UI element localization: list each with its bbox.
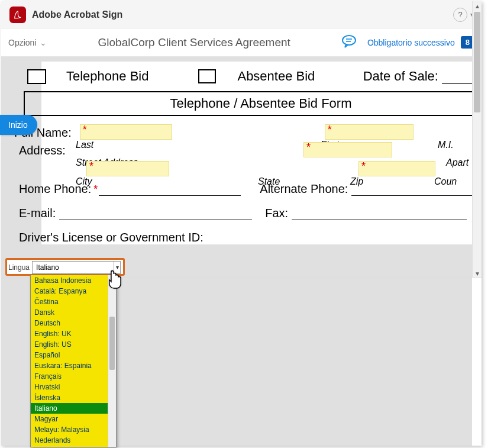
required-icon: * — [83, 124, 87, 136]
acrobat-logo-icon — [9, 7, 26, 23]
required-icon: * — [93, 183, 98, 196]
absentee-bid-checkbox[interactable] — [198, 69, 216, 83]
language-option[interactable]: English: US — [31, 339, 116, 350]
vertical-scrollbar[interactable]: ▲ ▼ — [472, 1, 482, 278]
zip-input[interactable]: * — [358, 161, 435, 176]
language-option[interactable]: English: UK — [31, 328, 116, 339]
dl-label: Driver's License or Government ID: — [19, 231, 207, 244]
city-input[interactable]: * — [86, 161, 169, 176]
app-topbar: Adobe Acrobat Sign ? ▾ — [1, 1, 482, 28]
scrollbar-thumb[interactable] — [474, 12, 480, 112]
language-select[interactable]: Italiano ▾ — [32, 261, 121, 274]
language-option[interactable]: Bahasa Indonesia — [31, 275, 116, 286]
help-button[interactable]: ? ▾ — [453, 8, 473, 22]
language-dropdown[interactable]: Bahasa IndonesiaCatalà: EspanyaČeštinaDa… — [30, 275, 117, 447]
app-frame: Adobe Acrobat Sign ? ▾ Opzioni ⌄ GlobalC… — [1, 1, 482, 446]
required-icon: * — [306, 141, 311, 154]
language-option[interactable]: Čeština — [31, 296, 116, 307]
language-option[interactable]: Melayu: Malaysia — [31, 424, 116, 435]
language-option[interactable]: Íslenska — [31, 392, 116, 403]
help-icon: ? — [453, 8, 467, 22]
alt-phone-input[interactable] — [351, 183, 472, 196]
form-title: Telephone / Absentee Bid Form — [25, 96, 472, 111]
language-selected: Italiano — [36, 263, 59, 272]
language-option[interactable]: Español — [31, 350, 116, 360]
document-title: GlobalCorp Client Services Agreement — [47, 36, 341, 49]
dropdown-scrollbar[interactable] — [108, 275, 116, 447]
sub-toolbar: Opzioni ⌄ GlobalCorp Client Services Agr… — [1, 28, 482, 57]
required-icon: * — [89, 160, 93, 173]
required-icon: * — [361, 160, 366, 173]
language-label: Lingua — [7, 263, 32, 272]
alt-phone-label: Alternate Phone: — [260, 182, 351, 196]
fax-input[interactable] — [292, 207, 467, 220]
chat-icon[interactable] — [341, 35, 357, 50]
language-option[interactable]: Català: Espanya — [31, 286, 116, 296]
language-bar: Lingua Italiano ▾ — [7, 260, 123, 275]
email-input[interactable] — [59, 207, 252, 220]
language-option[interactable]: Euskara: Espainia — [31, 360, 116, 371]
language-option[interactable]: Magyar — [31, 414, 116, 424]
start-tab-label: Inizio — [8, 120, 28, 130]
svg-point-0 — [343, 36, 356, 45]
home-phone-input[interactable] — [99, 183, 241, 196]
last-name-input[interactable]: * — [80, 124, 172, 140]
language-option[interactable]: Italiano — [31, 403, 116, 414]
document-page: Telephone Bid Absentee Bid Date of Sale:… — [41, 62, 472, 244]
home-phone-label: Home Phone: — [19, 182, 95, 196]
absentee-bid-label: Absentee Bid — [237, 69, 315, 84]
first-name-input[interactable]: * — [325, 124, 414, 140]
telephone-bid-label: Telephone Bid — [66, 69, 148, 84]
dropdown-scrollbar-thumb[interactable] — [109, 317, 115, 370]
street-input[interactable]: * — [303, 142, 392, 157]
chevron-down-icon: ⌄ — [40, 38, 47, 47]
language-option[interactable]: Nederlands — [31, 435, 116, 446]
options-label: Opzioni — [8, 38, 36, 47]
chevron-down-icon: ▾ — [113, 262, 119, 273]
date-of-sale-label: Date of Sale: — [363, 69, 472, 84]
language-option[interactable]: Deutsch — [31, 318, 116, 328]
app-title: Adobe Acrobat Sign — [32, 9, 122, 20]
language-option[interactable]: Français — [31, 371, 116, 382]
options-menu[interactable]: Opzioni ⌄ — [8, 38, 47, 47]
scroll-up-icon[interactable]: ▲ — [473, 1, 482, 11]
form-title-box: Telephone / Absentee Bid Form — [24, 91, 472, 116]
telephone-bid-checkbox[interactable] — [27, 69, 46, 84]
language-option[interactable]: Norsk — [31, 446, 116, 447]
language-option[interactable]: Dansk — [31, 307, 116, 318]
date-of-sale-input[interactable] — [442, 69, 472, 84]
next-required-link[interactable]: Obbligatorio successivo — [367, 38, 455, 47]
language-option[interactable]: Hrvatski — [31, 382, 116, 392]
start-tab[interactable]: Inizio — [0, 115, 37, 135]
email-label: E-mail: — [19, 207, 59, 220]
fax-label: Fax: — [265, 207, 292, 220]
address-label: Address: — [19, 144, 69, 157]
required-icon: * — [328, 124, 332, 136]
